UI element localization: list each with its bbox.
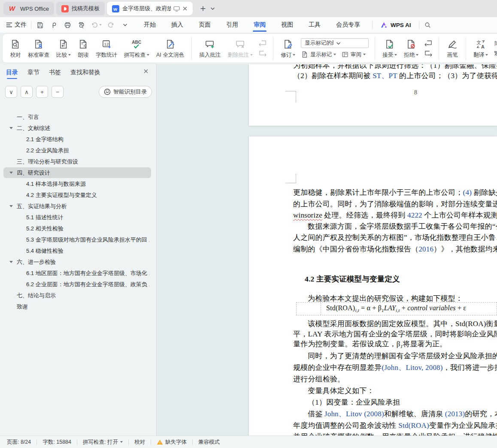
toc-item[interactable]: 5.2 相关性检验: [3, 223, 151, 234]
dropdown-arrow-icon: [293, 54, 295, 56]
toc-collapse-arrow-icon[interactable]: [9, 172, 13, 174]
menu-item-reference[interactable]: 引用: [218, 17, 246, 33]
print-preview-icon[interactable]: [77, 21, 85, 29]
toc-item[interactable]: 2.2 企业风险承担: [3, 145, 151, 156]
toc-collapse-arrow-icon[interactable]: [9, 127, 13, 129]
divider: [36, 439, 37, 445]
menu-item-view[interactable]: 视图: [273, 17, 301, 33]
review-pane-button[interactable]: 审阅: [341, 51, 366, 58]
toc-expand-all-button[interactable]: ∨: [5, 86, 17, 98]
insert-comment-button[interactable]: 插入批注: [196, 36, 224, 61]
brush-button[interactable]: 画笔: [443, 36, 461, 61]
redo-icon[interactable]: [107, 21, 115, 29]
word-count[interactable]: 字数: 15884: [42, 439, 71, 446]
prev-change-button[interactable]: [424, 40, 433, 47]
close-tab-icon[interactable]: [182, 6, 188, 11]
ribbon-button-label: 插入批注: [199, 51, 221, 59]
ribbon-button-label: 审阅: [351, 51, 361, 58]
menu-item-review[interactable]: 审阅: [246, 17, 273, 33]
menu-bar: 文件 开始 插入 页面 引用 审阅 视图 工具 会员专享 WPS AI: [0, 17, 497, 33]
reject-button[interactable]: 拒绝: [401, 36, 421, 61]
popout-icon[interactable]: [173, 6, 180, 12]
quickbar-chevron-icon[interactable]: [121, 21, 129, 29]
read-aloud-icon: [78, 38, 89, 50]
menu-item-insert[interactable]: 插入: [164, 17, 191, 33]
toc-collapse-all-button[interactable]: ∧: [21, 86, 33, 98]
sidebar-tab-find-replace[interactable]: 查找和替换: [70, 69, 100, 79]
smart-toc-button[interactable]: 智能识别目录: [99, 86, 152, 98]
toc-collapse-arrow-icon[interactable]: [9, 261, 13, 263]
ribbon-group-tracking: 修订显示标记的最终状态显示标记审阅: [276, 36, 372, 61]
tab-docer-templates[interactable]: 找稿壳模板: [56, 2, 105, 15]
compare-button[interactable]: 比较: [53, 36, 74, 61]
undo-button[interactable]: [91, 21, 102, 29]
compare-icon: [58, 38, 69, 50]
next-change-button[interactable]: [424, 50, 433, 57]
s2t-button[interactable]: 简转繁: [494, 39, 497, 47]
sidebar-tab-bookmarks[interactable]: 书签: [49, 69, 61, 79]
toc-collapse-arrow-icon[interactable]: [9, 205, 13, 207]
toc-item[interactable]: 6.1 地区层面：地方国有企业金字塔层级、市场化 ...: [3, 268, 151, 278]
toc-item[interactable]: 致谢: [3, 301, 151, 312]
save-icon[interactable]: [36, 21, 44, 29]
divider: [128, 439, 129, 445]
file-menu-button[interactable]: 文件: [6, 21, 27, 29]
new-tab-button[interactable]: [197, 3, 209, 14]
tab-wps-office[interactable]: W WPS Office: [3, 2, 54, 15]
read-aloud-button[interactable]: 朗读: [75, 36, 92, 61]
word-count-button[interactable]: 12字数统计: [93, 36, 120, 61]
wps-ai-button[interactable]: WPS AI: [377, 21, 415, 28]
export-pdf-icon[interactable]: [49, 21, 58, 29]
toc-item[interactable]: 六、进一步检验: [3, 257, 151, 267]
doc-line: 量作为控制变量。若假设成立，β1将显著为正。: [293, 339, 447, 349]
window-tab-bar: W WPS Office 找稿壳模板 W 金字塔层级、政府放权与地方国: [0, 0, 497, 17]
toc-item-label: 致谢: [17, 303, 149, 311]
ai-polish-button[interactable]: AI 全文润色: [153, 36, 187, 61]
show-markup-button[interactable]: 显示标记: [301, 51, 336, 58]
markup-state-select[interactable]: 显示标记的最终状态: [301, 38, 369, 48]
document-canvas[interactable]: 8为初始样本，并根据以下原则进行筛选：（1）剔除金融、保险类行业（2）剔除在样本…: [157, 64, 497, 436]
toc-zoom-out-button[interactable]: −: [52, 86, 64, 98]
toc-item[interactable]: 二、文献综述: [3, 123, 151, 133]
ribbon-button-label: 删除批注: [227, 51, 249, 59]
tab-list-chevron-icon[interactable]: [210, 7, 215, 10]
ribbon-button-label: AI 全文润色: [156, 51, 184, 59]
toc-item[interactable]: 一、引言: [3, 112, 151, 122]
toc-item[interactable]: 5.3 金字塔层级对地方国有企业风险承担水平的回 ...: [3, 234, 151, 245]
accept-button[interactable]: 接受: [379, 36, 400, 61]
toc-item[interactable]: 5.4 稳健性检验: [3, 245, 151, 256]
toc-item[interactable]: 五、实证结果与分析: [3, 201, 151, 212]
toc-zoom-in-button[interactable]: +: [36, 86, 48, 98]
ribbon-button-label: 修订: [281, 51, 291, 59]
translate-button[interactable]: 文A翻译: [470, 36, 491, 61]
toc-item[interactable]: 2.1 金字塔结构: [3, 134, 151, 145]
menu-item-page[interactable]: 页面: [191, 17, 218, 33]
print-icon[interactable]: [63, 21, 72, 29]
menu-item-tools[interactable]: 工具: [301, 17, 328, 33]
menu-item-member[interactable]: 会员专享: [328, 17, 368, 33]
formula-cell-divider: [321, 303, 321, 315]
t2s-button[interactable]: 繁转简: [494, 49, 497, 57]
spell-check-button[interactable]: ABC拼写检查: [121, 36, 152, 61]
toc-item[interactable]: 5.1 描述性统计: [3, 212, 151, 223]
toc-item[interactable]: 三、理论分析与研究假设: [3, 156, 151, 167]
page-indicator[interactable]: 页面: 8/24: [7, 439, 31, 446]
proofread-status[interactable]: 校对: [134, 439, 145, 446]
missing-font-warning[interactable]: 缺失字体: [157, 439, 187, 446]
sidebar-close-icon[interactable]: [143, 69, 148, 74]
toc-item[interactable]: 七、结论与启示: [3, 290, 151, 301]
sidebar-tab-toc[interactable]: 目录: [6, 69, 18, 79]
search-icon[interactable]: [424, 21, 432, 29]
standard-review-button[interactable]: 标准审查: [25, 36, 52, 61]
toc-item[interactable]: 4.2 主要实证模型与变量定义: [3, 190, 151, 200]
proofread-button[interactable]: 校对: [7, 36, 24, 61]
sidebar-tab-chapters[interactable]: 章节: [27, 69, 39, 79]
doc-w-icon: W: [112, 5, 119, 12]
tab-active-document[interactable]: W 金字塔层级、政府放权与地方国: [107, 2, 193, 15]
spell-check-status[interactable]: 拼写检查: 打开: [83, 439, 123, 446]
track-changes-button[interactable]: 修订: [278, 36, 298, 61]
toc-item[interactable]: 4.1 样本选择与数据来源: [3, 179, 151, 189]
toc-item[interactable]: 6.2 企业层面：地方国有企业金字塔层级、政策负 ...: [3, 279, 151, 290]
toc-item[interactable]: 四、研究设计: [3, 167, 151, 178]
menu-item-home[interactable]: 开始: [136, 17, 164, 33]
